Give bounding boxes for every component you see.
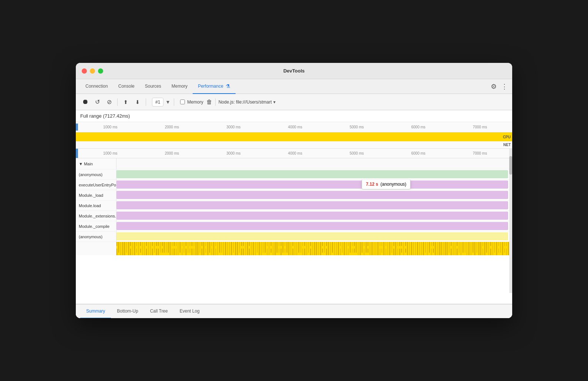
flame-bar-anonymous2-bar[interactable] xyxy=(116,232,508,240)
reload-button[interactable]: ↺ xyxy=(92,97,102,107)
session-dropdown[interactable]: ▾ xyxy=(165,99,171,105)
tab-memory[interactable]: Memory xyxy=(166,79,193,94)
flame-row-anonymous1: (anonymous) xyxy=(76,169,512,180)
memory-checkbox[interactable] xyxy=(180,100,185,104)
flame-tick-2000: 2000 ms xyxy=(141,151,203,155)
flame-bar-anonymous1-bar[interactable] xyxy=(116,170,508,178)
close-button[interactable] xyxy=(82,68,87,74)
net-label: NET xyxy=(503,143,511,147)
flame-row-execute: executeUserEntryPoint 7.12 s (anonymous) xyxy=(76,180,512,190)
flame-bar-anonymous1 xyxy=(116,169,512,179)
flame-main-bar-area xyxy=(116,158,512,169)
divider1 xyxy=(117,98,118,106)
flame-tick-4000: 4000 ms xyxy=(264,151,326,155)
flame-main-header: ▼ Main xyxy=(76,158,512,169)
dense-row-2-label xyxy=(76,249,116,255)
flame-bar-module-ext-bar[interactable] xyxy=(116,212,508,220)
flame-label-anonymous2: (anonymous) xyxy=(76,232,116,242)
empty-row xyxy=(76,293,512,304)
flame-row-module-load2: Module.load xyxy=(76,200,512,211)
flame-bar-execute: 7.12 s (anonymous) xyxy=(116,180,512,190)
flame-row-module-ext: Module._extensions..js xyxy=(76,211,512,221)
tooltip: 7.12 s (anonymous) xyxy=(362,180,410,189)
tab-performance[interactable]: Performance ⚗ xyxy=(193,79,236,94)
tooltip-time: 7.12 s xyxy=(366,182,378,187)
bottom-tabs: Summary Bottom-Up Call Tree Event Log xyxy=(76,304,512,318)
dense-bars-2 xyxy=(116,249,512,255)
flame-tick-6000: 6000 ms xyxy=(388,151,449,155)
clear-button[interactable]: ⊘ xyxy=(104,97,114,107)
toolbar: ⏺ ↺ ⊘ ⬆ ⬇ #1 ▾ Memory 🗑 Node.js: file://… xyxy=(76,94,512,110)
tooltip-label: (anonymous) xyxy=(381,182,406,187)
memory-checkbox-label[interactable]: Memory xyxy=(187,100,203,105)
dense-bars-1 xyxy=(116,242,512,249)
flame-row-anonymous2: (anonymous) xyxy=(76,232,512,242)
memory-icon: 🗑 xyxy=(206,99,212,105)
tab-event-log[interactable]: Event Log xyxy=(174,304,206,318)
flame-bar-module-load2 xyxy=(116,200,512,210)
tab-summary[interactable]: Summary xyxy=(80,304,111,318)
timeline-area: 1000 ms 2000 ms 3000 ms 4000 ms 5000 ms … xyxy=(76,122,512,149)
window-title: DevTools xyxy=(283,68,305,74)
tick-7000: 7000 ms xyxy=(449,125,511,129)
tick-1000: 1000 ms xyxy=(80,125,141,129)
dense-row-2 xyxy=(76,249,512,255)
content-area: Full range (7127.42ms) 1000 ms 2000 ms 3… xyxy=(76,110,512,318)
flame-bar-module-load xyxy=(116,190,512,200)
flame-bar-module-load2-bar[interactable] xyxy=(116,201,508,209)
flame-label-module-compile: Module._compile xyxy=(76,221,116,231)
tick-6000: 6000 ms xyxy=(388,125,449,129)
flask-icon: ⚗ xyxy=(226,83,230,89)
flame-label-module-load2: Module.load xyxy=(76,200,116,210)
range-label: Full range (7127.42ms) xyxy=(76,110,512,122)
scrollbar-track[interactable] xyxy=(509,149,512,293)
memory-checkbox-group: Memory xyxy=(180,100,203,105)
dense-row-1-label xyxy=(76,242,116,249)
node-label: Node.js: file:///Users/stmart xyxy=(219,100,272,105)
window-controls xyxy=(82,68,103,74)
node-dropdown[interactable]: ▾ xyxy=(273,100,276,105)
flame-bar-module-compile-bar[interactable] xyxy=(116,222,508,230)
maximize-button[interactable] xyxy=(98,68,103,74)
time-ticks: 1000 ms 2000 ms 3000 ms 4000 ms 5000 ms … xyxy=(78,125,512,129)
flame-label-module-load: Module._load xyxy=(76,190,116,200)
download-button[interactable]: ⬇ xyxy=(132,97,143,107)
cpu-bar: CPU xyxy=(76,132,512,141)
tab-call-tree[interactable]: Call Tree xyxy=(144,304,174,318)
devtools-window: DevTools Connection Console Sources Memo… xyxy=(76,63,512,318)
flame-main-label: ▼ Main xyxy=(76,158,116,169)
minimize-button[interactable] xyxy=(90,68,95,74)
tab-toolbar-icons: ⚙ ⋮ xyxy=(491,82,508,91)
record-button[interactable]: ⏺ xyxy=(80,97,91,107)
flame-row-module-compile: Module._compile xyxy=(76,221,512,232)
flame-time-ruler: 1000 ms 2000 ms 3000 ms 4000 ms 5000 ms … xyxy=(76,149,512,158)
net-bar: NET xyxy=(76,141,512,149)
dense-row-1 xyxy=(76,242,512,249)
flame-label-anonymous1: (anonymous) xyxy=(76,169,116,179)
flame-bar-module-load-bar[interactable] xyxy=(116,191,508,199)
tab-console[interactable]: Console xyxy=(113,79,140,94)
flame-tick-1000: 1000 ms xyxy=(80,151,141,155)
session-select: #1 ▾ xyxy=(152,98,171,107)
session-label: #1 xyxy=(152,98,163,107)
flame-label-execute: executeUserEntryPoint xyxy=(76,180,116,190)
flame-ticks: 1000 ms 2000 ms 3000 ms 4000 ms 5000 ms … xyxy=(78,151,512,155)
cpu-label: CPU xyxy=(503,135,511,139)
settings-icon[interactable]: ⚙ xyxy=(491,82,497,91)
tab-sources[interactable]: Sources xyxy=(140,79,166,94)
flame-tick-5000: 5000 ms xyxy=(326,151,388,155)
flame-tick-3000: 3000 ms xyxy=(203,151,264,155)
flame-bar-execute-bar[interactable] xyxy=(116,181,508,189)
flame-bar-anonymous2 xyxy=(116,232,512,242)
more-icon[interactable]: ⋮ xyxy=(501,82,508,91)
upload-button[interactable]: ⬆ xyxy=(121,97,131,107)
tab-connection[interactable]: Connection xyxy=(80,79,113,94)
scrollbar-thumb[interactable] xyxy=(509,156,512,175)
divider3 xyxy=(174,98,174,106)
tick-4000: 4000 ms xyxy=(264,125,326,129)
tick-2000: 2000 ms xyxy=(141,125,203,129)
flame-bar-module-ext xyxy=(116,211,512,221)
tab-bottom-up[interactable]: Bottom-Up xyxy=(111,304,144,318)
flame-chart[interactable]: 1000 ms 2000 ms 3000 ms 4000 ms 5000 ms … xyxy=(76,149,512,293)
flame-row-module-load: Module._load xyxy=(76,190,512,200)
